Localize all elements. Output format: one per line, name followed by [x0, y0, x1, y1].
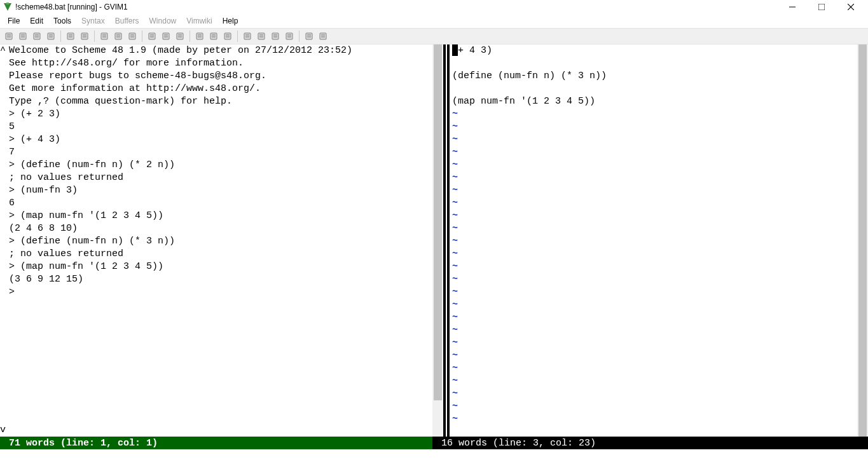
right-scrollbar[interactable] [857, 44, 868, 437]
right-buffer-content[interactable]: + 4 3) (define (num-fn n) (* 3 n)) (map … [450, 44, 857, 437]
svg-rect-63 [306, 33, 312, 39]
svg-rect-24 [101, 33, 107, 39]
svg-rect-36 [163, 33, 169, 39]
menu-vimwiki[interactable]: Vimwiki [181, 15, 217, 27]
tags-jump-icon[interactable] [283, 30, 296, 43]
save-icon[interactable] [17, 30, 29, 43]
undo-icon[interactable] [64, 30, 77, 43]
save-session-icon[interactable] [207, 30, 220, 43]
menu-file[interactable]: File [3, 15, 25, 27]
svg-rect-57 [272, 33, 279, 39]
left-terminal-content[interactable]: Welcome to Scheme 48 1.9 (made by peter … [0, 44, 432, 437]
command-line[interactable] [0, 449, 868, 462]
toolbar-separator [60, 31, 61, 42]
statusbar-row: 71 words (line: 1, col: 1) 16 words (lin… [0, 437, 868, 449]
cursor [452, 44, 458, 56]
titlebar: !scheme48.bat [running] - GVIM1 [0, 0, 868, 14]
toolbar-separator [299, 31, 300, 42]
empty-line-tildes: ~ ~ ~ ~ ~ ~ ~ ~ ~ ~ ~ ~ ~ ~ ~ ~ ~ ~ ~ ~ … [452, 109, 458, 425]
toolbar [0, 28, 868, 44]
svg-rect-42 [196, 33, 203, 39]
right-pane[interactable]: + 4 3) (define (num-fn n) (* 3 n)) (map … [450, 44, 857, 437]
toolbar-separator [189, 31, 190, 42]
redo-icon[interactable] [78, 30, 91, 43]
status-gap [432, 437, 439, 449]
svg-rect-27 [115, 33, 121, 39]
menu-buffers[interactable]: Buffers [110, 15, 144, 27]
vertical-split[interactable] [443, 44, 450, 437]
svg-rect-9 [20, 33, 26, 39]
print-icon[interactable] [45, 30, 57, 43]
menu-window[interactable]: Window [144, 15, 182, 27]
menu-syntax[interactable]: Syntax [76, 15, 110, 27]
find-prev-icon[interactable] [174, 30, 186, 43]
svg-rect-54 [258, 33, 265, 39]
svg-rect-66 [320, 33, 326, 39]
find-next-icon[interactable] [160, 30, 172, 43]
menu-help[interactable]: Help [217, 15, 244, 27]
svg-rect-6 [6, 33, 12, 39]
file-open-icon[interactable] [3, 30, 15, 43]
window-controls [778, 0, 865, 14]
find-replace-icon[interactable] [146, 30, 158, 43]
maximize-button[interactable] [807, 0, 836, 14]
left-scrollbar[interactable] [432, 44, 443, 437]
svg-rect-15 [48, 33, 54, 39]
svg-rect-33 [149, 33, 155, 39]
svg-rect-12 [34, 33, 40, 39]
editor-container: ^ v Welcome to Scheme 48 1.9 (made by pe… [0, 44, 868, 437]
svg-rect-39 [177, 33, 183, 39]
run-script-icon[interactable] [221, 30, 234, 43]
help-icon[interactable] [303, 30, 315, 43]
save-all-icon[interactable] [31, 30, 43, 43]
cut-icon[interactable] [98, 30, 111, 43]
load-session-icon[interactable] [193, 30, 206, 43]
left-pane[interactable]: ^ v Welcome to Scheme 48 1.9 (made by pe… [0, 44, 432, 437]
svg-rect-30 [129, 33, 135, 39]
toolbar-separator [237, 31, 238, 42]
copy-icon[interactable] [112, 30, 125, 43]
menu-edit[interactable]: Edit [25, 15, 48, 27]
menu-tools[interactable]: Tools [48, 15, 76, 27]
right-scrollbar-thumb[interactable] [858, 44, 867, 437]
window-title: !scheme48.bat [running] - GVIM1 [15, 3, 778, 11]
svg-rect-60 [286, 33, 293, 39]
fold-marker-top: ^ [0, 44, 8, 57]
right-statusline: 16 words (line: 3, col: 23) [439, 437, 868, 449]
svg-rect-48 [224, 33, 231, 39]
left-scrollbar-thumb[interactable] [434, 44, 442, 400]
gvim-app-icon [3, 2, 13, 12]
find-help-icon[interactable] [317, 30, 329, 43]
svg-rect-51 [244, 33, 251, 39]
toolbar-separator [142, 31, 142, 42]
left-statusline: 71 words (line: 1, col: 1) [0, 437, 432, 449]
tags-build-icon[interactable] [269, 30, 282, 43]
svg-rect-45 [210, 33, 217, 39]
make-icon[interactable] [241, 30, 254, 43]
left-status-text: 71 words (line: 1, col: 1) [9, 438, 158, 449]
menubar: FileEditToolsSyntaxBuffersWindowVimwikiH… [0, 14, 868, 28]
fold-marker-bottom: v [0, 424, 6, 437]
shell-icon[interactable] [255, 30, 268, 43]
editor-area: ^ v Welcome to Scheme 48 1.9 (made by pe… [0, 44, 868, 437]
fold-column: ^ v [0, 44, 8, 437]
svg-rect-1 [6, 3, 9, 4]
close-button[interactable] [836, 0, 865, 14]
right-status-text: 16 words (line: 3, col: 23) [441, 438, 596, 449]
svg-rect-18 [67, 33, 74, 39]
svg-rect-21 [81, 33, 88, 39]
paste-icon[interactable] [126, 30, 139, 43]
toolbar-separator [94, 31, 95, 42]
svg-rect-3 [818, 4, 825, 10]
minimize-button[interactable] [778, 0, 807, 14]
